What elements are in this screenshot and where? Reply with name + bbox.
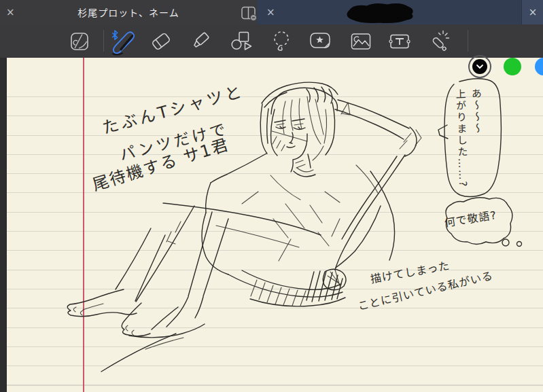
eraser-tool-button[interactable] <box>147 27 175 56</box>
document-tab-title[interactable]: 杉尾プロット、ネーム <box>0 0 257 24</box>
lasso-icon <box>270 30 293 53</box>
image-icon <box>351 33 371 50</box>
tab-bar: × 杉尾プロット、ネーム × × <box>0 0 543 24</box>
chevron-down-icon <box>476 64 484 69</box>
ballpoint-pen-icon <box>107 26 136 56</box>
image-tool-button[interactable] <box>347 27 375 56</box>
margin-line <box>83 58 84 392</box>
text-box-icon <box>388 33 411 50</box>
shapes-tool-button[interactable] <box>228 27 256 56</box>
color-swatch-green[interactable] <box>504 58 521 75</box>
close-second-tab-button[interactable]: × <box>266 0 275 24</box>
redacted-title-scribble <box>344 1 425 23</box>
text-tool-button[interactable] <box>385 27 414 56</box>
close-window-button[interactable]: × <box>521 0 543 24</box>
stickers-tool-button[interactable] <box>306 27 334 56</box>
sticker-star-icon <box>309 32 332 51</box>
second-tab[interactable]: × <box>257 0 521 24</box>
laser-pointer-button[interactable] <box>425 27 453 56</box>
laser-pointer-icon <box>427 29 451 54</box>
highlighter-icon <box>191 30 214 53</box>
split-view-icon[interactable] <box>241 5 258 22</box>
highlighter-tool-button[interactable] <box>188 27 217 56</box>
toolbar-separator <box>468 30 468 52</box>
shapes-icon <box>230 31 253 52</box>
lasso-tool-button[interactable] <box>267 27 296 56</box>
goodnotes-app-window: { "tab_bar": { "close_left": "×", "tab1"… <box>0 0 543 392</box>
eraser-icon <box>150 30 173 53</box>
pen-tool-button[interactable] <box>107 27 136 56</box>
notebook-icon <box>70 32 89 51</box>
toolbar-separator <box>103 30 104 52</box>
color-swatch-black-selected[interactable] <box>468 55 491 78</box>
notebook-pages-button[interactable] <box>65 27 94 56</box>
toolbar <box>0 24 543 58</box>
speech-bubble-large-text: あ～～～ 上がりました……? <box>451 88 487 203</box>
